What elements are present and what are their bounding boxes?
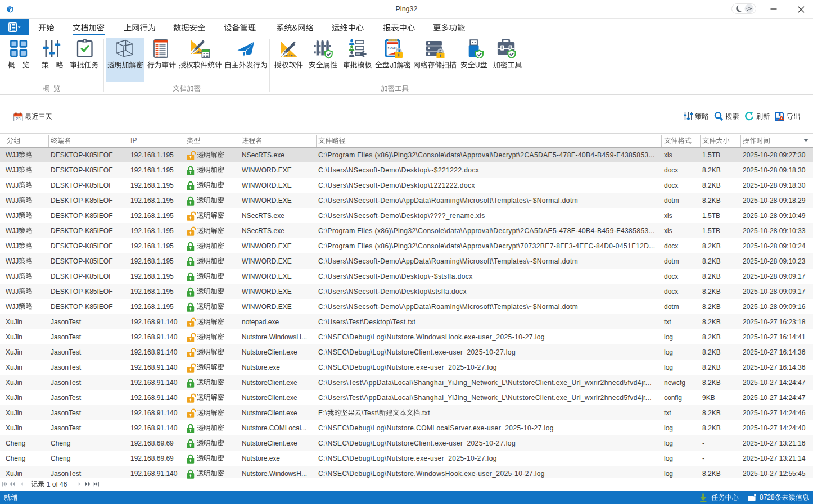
- svg-text:SSD: SSD: [388, 46, 397, 51]
